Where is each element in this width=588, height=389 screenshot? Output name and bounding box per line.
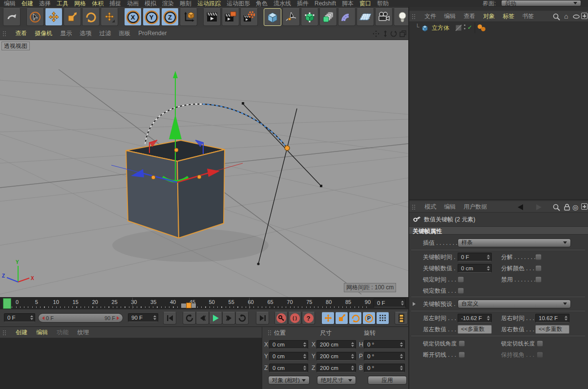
end-frame-field[interactable]: 90 F xyxy=(128,313,158,322)
range-right-arrow[interactable] xyxy=(117,316,119,320)
search-icon[interactable] xyxy=(552,203,560,211)
lock-x-axis-button[interactable]: X xyxy=(124,8,142,26)
pos-x-field[interactable]: 0 cm xyxy=(269,340,308,349)
camera-button[interactable] xyxy=(375,8,393,26)
coord-mode-dropdown[interactable]: 对象 (相对) xyxy=(268,376,310,385)
section-header[interactable]: 关键帧属性 xyxy=(409,226,588,235)
undo-button[interactable] xyxy=(3,8,21,26)
right-value-field[interactable]: <<多重数 xyxy=(535,325,569,334)
viewport-menu-item[interactable]: 显示 xyxy=(56,27,76,40)
panel-grip[interactable] xyxy=(3,330,4,331)
om-menu-item[interactable]: 标签 xyxy=(499,11,518,22)
keyframe-scale-button[interactable] xyxy=(335,312,348,324)
menu-item[interactable]: 插件 xyxy=(294,0,312,7)
om-menu-item[interactable]: 文件 xyxy=(420,11,440,22)
pos-y-field[interactable]: 0 cm xyxy=(269,352,308,361)
cube-object-icon[interactable] xyxy=(421,24,429,32)
timeline-window-button[interactable] xyxy=(395,312,408,324)
menu-item[interactable]: 帮助 xyxy=(374,0,392,7)
menu-item[interactable]: 渲染 xyxy=(159,0,177,7)
rot-h-field[interactable]: 0 ° xyxy=(364,340,405,349)
coordinate-system-button[interactable] xyxy=(180,8,197,26)
om-menu-item[interactable]: 对象 xyxy=(479,11,499,22)
preset-dropdown[interactable]: 自定义 xyxy=(458,300,571,308)
scale-tool-button[interactable] xyxy=(63,8,81,26)
size-y-field[interactable]: 200 cm xyxy=(316,352,356,361)
keep-view-checkbox[interactable] xyxy=(537,351,543,358)
menu-item[interactable]: 运动跟踪 xyxy=(194,0,224,7)
material-menu-item[interactable]: 编辑 xyxy=(32,327,52,338)
select-tool-button[interactable] xyxy=(26,8,44,26)
key-time-field[interactable]: 0 F xyxy=(458,253,492,261)
lock-icon[interactable] xyxy=(563,203,571,211)
size-mode-dropdown[interactable]: 绝对尺寸 xyxy=(317,376,356,385)
viewport-menu-item[interactable]: 摄像机 xyxy=(31,27,56,40)
viewport-menu-item[interactable]: 过滤 xyxy=(95,27,115,40)
apply-button[interactable]: 应用 xyxy=(368,376,407,385)
last-tool-button[interactable] xyxy=(101,8,118,26)
am-menu-item[interactable]: 用户数据 xyxy=(460,201,491,212)
render-settings-button[interactable] xyxy=(240,8,258,26)
menu-item[interactable]: 工具 xyxy=(54,0,71,7)
next-key-button[interactable] xyxy=(235,312,249,324)
help-button[interactable]: ? xyxy=(302,312,315,324)
gizmo-x-handle[interactable] xyxy=(197,175,201,179)
lock-time-checkbox[interactable] xyxy=(458,276,464,282)
render-view-button[interactable] xyxy=(203,8,221,26)
gizmo-y-tip[interactable] xyxy=(173,71,178,78)
layer-icon[interactable] xyxy=(455,24,462,31)
menu-item[interactable]: 运动图形 xyxy=(224,0,253,7)
left-value-field[interactable]: <<多重数 xyxy=(458,325,492,334)
menu-item[interactable]: Redshift xyxy=(312,0,339,7)
viewport-menu-item[interactable]: 面板 xyxy=(115,27,134,40)
panel-grip[interactable] xyxy=(3,31,4,32)
spinner[interactable] xyxy=(400,301,404,305)
spline-pen-button[interactable] xyxy=(282,8,300,26)
breakdown-color-checkbox[interactable] xyxy=(535,265,542,271)
autokey-button[interactable]: ( ) xyxy=(288,312,301,324)
menu-item[interactable]: 网格 xyxy=(71,0,89,7)
interp-dropdown[interactable]: 样条 xyxy=(458,238,571,247)
panel-grip[interactable] xyxy=(412,205,413,206)
menu-item[interactable]: 捕捉 xyxy=(106,0,124,7)
menu-item[interactable]: 脚本 xyxy=(339,0,357,7)
home-icon[interactable]: ⌂ xyxy=(564,11,568,22)
view-label[interactable]: 透视视图 xyxy=(1,42,30,50)
material-menu-item[interactable]: 创建 xyxy=(11,327,32,338)
left-time-field[interactable]: -10.62 F xyxy=(458,314,492,323)
play-button[interactable] xyxy=(209,312,222,324)
attribute-object-row[interactable]: 数值关键帧 (2 元素) xyxy=(409,214,588,224)
menu-item[interactable]: 角色 xyxy=(253,0,271,7)
track-tag-dots[interactable] xyxy=(478,24,482,29)
keyframe-rotation-button[interactable] xyxy=(349,312,362,324)
ruler-frame-field[interactable]: 0 F xyxy=(374,299,406,307)
visibility-dots[interactable] xyxy=(464,24,465,26)
keyframe-marker[interactable] xyxy=(186,303,191,308)
breakdown-checkbox[interactable] xyxy=(535,254,542,260)
om-menu-item[interactable]: 查看 xyxy=(460,11,479,22)
lock-tangent-angle-checkbox[interactable] xyxy=(459,340,465,346)
goto-start-button[interactable] xyxy=(163,312,176,324)
size-x-field[interactable]: 200 cm xyxy=(316,340,356,349)
bend-deformer-button[interactable] xyxy=(338,8,356,26)
am-menu-item[interactable]: 编辑 xyxy=(440,201,460,212)
lock-tangent-length-checkbox[interactable] xyxy=(537,340,543,346)
viewport-menu-item[interactable]: 查看 xyxy=(11,27,31,40)
floor-button[interactable] xyxy=(357,8,374,26)
record-key-button[interactable] xyxy=(274,312,288,324)
interface-dropdown[interactable]: 启动 xyxy=(501,0,581,6)
am-menu-item[interactable]: 模式 xyxy=(420,201,440,212)
rot-p-field[interactable]: 0 ° xyxy=(364,352,405,361)
menu-item[interactable]: 流水线 xyxy=(271,0,294,7)
right-time-field[interactable]: 10.62 F xyxy=(535,314,569,323)
start-frame-field[interactable]: 0 F xyxy=(4,313,35,322)
add-icon[interactable] xyxy=(581,203,588,210)
rotate-view-icon[interactable] xyxy=(390,30,398,38)
viewport-menu-item[interactable]: 选项 xyxy=(76,27,95,40)
array-generator-button[interactable] xyxy=(319,8,337,26)
menu-item[interactable]: 模拟 xyxy=(142,0,159,7)
keyframe-pla-button[interactable] xyxy=(376,312,389,324)
om-menu-item[interactable]: 编辑 xyxy=(440,11,460,22)
object-row[interactable]: └ 立方体 ✓ xyxy=(409,22,588,33)
pan-view-icon[interactable] xyxy=(372,30,380,38)
